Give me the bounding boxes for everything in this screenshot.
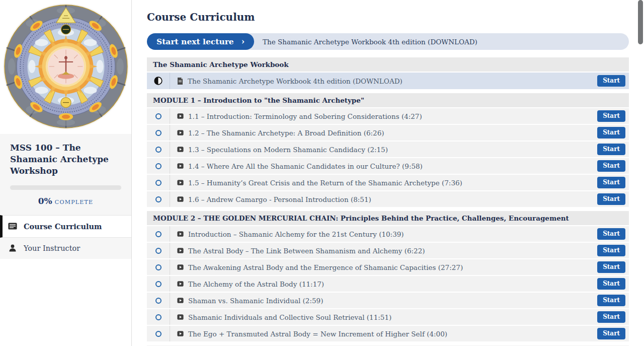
- lecture-title: The Awakening Astral Body and the Emerge…: [188, 263, 463, 271]
- start-button[interactable]: Start: [597, 110, 625, 122]
- circle-outline-icon: [155, 196, 162, 202]
- video-play-icon: [177, 330, 184, 337]
- sidebar-item-course-curriculum[interactable]: Course Curriculum: [0, 215, 131, 238]
- lecture-row[interactable]: The Astral Body – The Link Between Shama…: [147, 243, 629, 258]
- lecture-row-body: 1.4 – Where Are All the Shamanic Candida…: [170, 162, 597, 170]
- curriculum-section: MODULE 1 – Introduction to "the Shamanic…: [147, 93, 629, 207]
- lecture-row[interactable]: 1.5 – Humanity’s Great Crisis and the Re…: [147, 175, 629, 190]
- course-title: MSS 100 – The Shamanic Archetype Worksho…: [10, 142, 121, 177]
- lecture-title: The Astral Body – The Link Between Shama…: [188, 247, 425, 255]
- start-button[interactable]: Start: [597, 245, 625, 256]
- nav-label: Your Instructor: [24, 244, 80, 252]
- sidebar-nav: Course Curriculum Your Instructor: [0, 215, 131, 259]
- section-rows: Introduction – Shamanic Alchemy for the …: [147, 226, 629, 341]
- lecture-status-cell: [147, 309, 170, 325]
- video-play-icon: [177, 129, 184, 136]
- video-play-icon: [177, 281, 184, 287]
- lecture-row-body: The Ego + Transmuted Astral Body = New I…: [170, 330, 597, 338]
- circle-outline-icon: [155, 248, 162, 254]
- start-button[interactable]: Start: [597, 278, 625, 290]
- lecture-status-cell: [147, 226, 170, 242]
- start-button[interactable]: Start: [597, 328, 625, 339]
- lecture-row-body: The Shamanic Archetype Workbook 4th edit…: [170, 77, 597, 85]
- lecture-row-body: 1.2 – The Shamanic Archetype: A Broad De…: [170, 129, 597, 137]
- circle-outline-icon: [155, 130, 162, 136]
- video-play-icon: [177, 314, 184, 320]
- start-button[interactable]: Start: [597, 295, 625, 306]
- lecture-row[interactable]: 1.4 – Where Are All the Shamanic Candida…: [147, 158, 629, 174]
- lecture-title: Shamanic Individuals and Collective Soul…: [188, 313, 391, 321]
- lecture-title: 1.5 – Humanity’s Great Crisis and the Re…: [188, 179, 462, 187]
- lecture-row[interactable]: The Alchemy of the Astral Body (11:17) S…: [147, 276, 629, 292]
- lecture-row[interactable]: Introduction – Shamanic Alchemy for the …: [147, 226, 629, 242]
- scrollbar[interactable]: [637, 0, 644, 346]
- lecture-row[interactable]: Shaman vs. Shamanic Individual (2:59) St…: [147, 293, 629, 308]
- lecture-row-body: 1.5 – Humanity’s Great Crisis and the Re…: [170, 179, 597, 187]
- lecture-row-body: The Astral Body – The Link Between Shama…: [170, 247, 597, 255]
- video-play-icon: [177, 179, 184, 186]
- lecture-row-body: 1.3 – Speculations on Modern Shamanic Ca…: [170, 146, 597, 154]
- video-play-icon: [177, 196, 184, 202]
- circle-outline-icon: [155, 231, 162, 237]
- nav-label: Course Curriculum: [24, 222, 102, 231]
- circle-outline-icon: [155, 331, 162, 337]
- lecture-status-cell: [147, 108, 170, 124]
- chevron-right-icon: ›: [242, 38, 245, 46]
- lecture-title: The Ego + Transmuted Astral Body = New I…: [188, 330, 447, 338]
- start-button[interactable]: Start: [597, 193, 625, 205]
- start-next-lecture-label: Start next lecture: [156, 37, 234, 46]
- section-rows: The Shamanic Archetype Workbook 4th edit…: [147, 73, 629, 89]
- start-button[interactable]: Start: [597, 75, 625, 87]
- progress-percent: 0%: [38, 196, 52, 206]
- course-info-panel: MSS 100 – The Shamanic Archetype Worksho…: [0, 134, 131, 215]
- video-play-icon: [177, 146, 184, 153]
- circle-outline-icon: [155, 314, 162, 320]
- lecture-row[interactable]: The Ego + Transmuted Astral Body = New I…: [147, 326, 629, 341]
- progress-bar: [10, 185, 121, 190]
- lecture-status-cell: [147, 191, 170, 207]
- lecture-status-cell: [147, 175, 170, 190]
- lecture-status-cell: [147, 73, 170, 89]
- lecture-row-body: The Alchemy of the Astral Body (11:17): [170, 280, 597, 288]
- lecture-title: 1.1 – Introduction: Terminology and Sobe…: [188, 112, 422, 120]
- video-play-icon: [177, 297, 184, 304]
- lecture-row[interactable]: 1.2 – The Shamanic Archetype: A Broad De…: [147, 125, 629, 141]
- sidebar-item-your-instructor[interactable]: Your Instructor: [0, 238, 131, 259]
- course-thumbnail: [0, 0, 131, 134]
- start-button[interactable]: Start: [597, 228, 625, 240]
- curriculum-section: The Shamanic Archetype Workbook: [147, 57, 629, 89]
- section-header: The Shamanic Archetype Workbook: [147, 57, 629, 72]
- lecture-row[interactable]: The Awakening Astral Body and the Emerge…: [147, 259, 629, 275]
- start-button[interactable]: Start: [597, 261, 625, 273]
- curriculum-section: MODULE 2 – THE GOLDEN MERCURIAL CHAIN: P…: [147, 211, 629, 341]
- circle-outline-icon: [155, 147, 162, 153]
- lecture-row[interactable]: The Shamanic Archetype Workbook 4th edit…: [147, 73, 629, 89]
- scrollbar-thumb[interactable]: [638, 0, 643, 44]
- curriculum-list: The Shamanic Archetype Workbook: [147, 57, 629, 341]
- course-sidebar: MSS 100 – The Shamanic Archetype Worksho…: [0, 0, 132, 346]
- video-play-icon: [177, 163, 184, 169]
- start-next-lecture-button[interactable]: Start next lecture ›: [147, 33, 254, 50]
- start-button[interactable]: Start: [597, 311, 625, 323]
- lecture-row[interactable]: 1.1 – Introduction: Terminology and Sobe…: [147, 108, 629, 124]
- start-button[interactable]: Start: [597, 144, 625, 155]
- lecture-status-cell: [147, 293, 170, 308]
- video-play-icon: [177, 231, 184, 237]
- lecture-row[interactable]: 1.3 – Speculations on Modern Shamanic Ca…: [147, 142, 629, 157]
- section-header: MODULE 1 – Introduction to "the Shamanic…: [147, 93, 629, 107]
- lecture-title: 1.6 – Andrew Camargo - Personal Introduc…: [188, 195, 371, 203]
- start-button[interactable]: Start: [597, 177, 625, 188]
- lecture-row[interactable]: 1.6 – Andrew Camargo - Personal Introduc…: [147, 191, 629, 207]
- start-button[interactable]: Start: [597, 127, 625, 139]
- half-circle-icon: [154, 77, 163, 85]
- lecture-title: 1.4 – Where Are All the Shamanic Candida…: [188, 162, 423, 170]
- circle-outline-icon: [155, 163, 162, 169]
- start-button[interactable]: Start: [597, 160, 625, 172]
- circle-outline-icon: [155, 281, 162, 287]
- lecture-status-cell: [147, 158, 170, 174]
- lecture-row[interactable]: Shamanic Individuals and Collective Soul…: [147, 309, 629, 325]
- lecture-title: Introduction – Shamanic Alchemy for the …: [188, 230, 404, 238]
- page-title: Course Curriculum: [147, 11, 629, 23]
- lecture-title: 1.2 – The Shamanic Archetype: A Broad De…: [188, 129, 384, 137]
- lecture-status-cell: [147, 276, 170, 292]
